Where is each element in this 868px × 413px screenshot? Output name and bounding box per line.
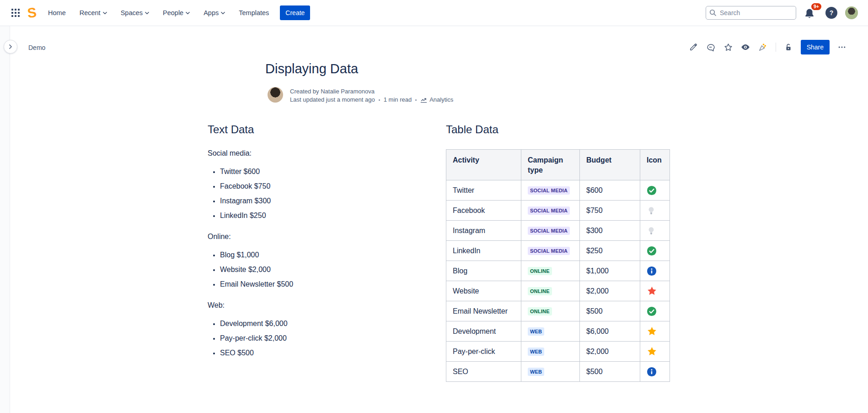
watch-button[interactable] bbox=[739, 40, 753, 54]
check-circle-icon bbox=[647, 246, 665, 256]
campaign-type-cell: SOCIAL MEDIA bbox=[521, 201, 580, 221]
budget-cell: $300 bbox=[580, 221, 640, 241]
author-avatar[interactable] bbox=[268, 87, 283, 103]
bullet-list: Blog $1,000Website $2,000Email Newslette… bbox=[208, 250, 423, 289]
column-header-activity: Activity bbox=[446, 150, 521, 180]
text-data-heading: Text Data bbox=[208, 123, 423, 136]
list-item: Facebook $750 bbox=[220, 181, 423, 191]
nav-item-spaces[interactable]: Spaces bbox=[121, 9, 149, 16]
campaign-type-lozenge: ONLINE bbox=[528, 287, 552, 295]
table-row: DevelopmentWEB$6,000 bbox=[446, 321, 670, 342]
table-row: LinkedInSOCIAL MEDIA$250 bbox=[446, 241, 670, 261]
eye-icon bbox=[740, 42, 750, 52]
edit-button[interactable] bbox=[686, 40, 701, 54]
byline-text: Created by Natalie Paramonova Last updat… bbox=[290, 87, 453, 104]
nav-item-apps[interactable]: Apps bbox=[204, 9, 225, 16]
site-logo[interactable]: S bbox=[27, 5, 37, 20]
nav-item-label: Spaces bbox=[121, 9, 143, 16]
byline: Created by Natalie Paramonova Last updat… bbox=[268, 87, 453, 104]
list-item: Instagram $300 bbox=[220, 196, 423, 206]
top-nav: S Home Recent Spaces People Apps Templat… bbox=[0, 0, 868, 26]
nav-item-recent[interactable]: Recent bbox=[80, 9, 107, 16]
nav-item-label: People bbox=[163, 9, 183, 16]
campaign-type-cell: SOCIAL MEDIA bbox=[521, 241, 580, 261]
chevron-down-icon bbox=[145, 11, 149, 15]
campaign-type-lozenge: SOCIAL MEDIA bbox=[528, 186, 570, 194]
analytics-link[interactable]: Analytics bbox=[420, 96, 453, 104]
group-label: Social media: bbox=[208, 149, 423, 158]
confluence-page: S Home Recent Spaces People Apps Templat… bbox=[0, 0, 868, 413]
comment-icon bbox=[706, 43, 716, 52]
table-row: TwitterSOCIAL MEDIA$600 bbox=[446, 180, 670, 201]
create-button[interactable]: Create bbox=[280, 5, 310, 20]
budget-cell: $750 bbox=[580, 201, 640, 221]
search-icon bbox=[709, 9, 717, 16]
comment-button[interactable] bbox=[704, 40, 718, 54]
expand-sidebar-button[interactable] bbox=[4, 40, 17, 54]
activity-cell: Development bbox=[446, 321, 521, 342]
notification-badge: 9+ bbox=[811, 3, 821, 10]
campaign-type-cell: WEB bbox=[521, 342, 580, 362]
icon-cell bbox=[640, 261, 670, 281]
campaign-type-cell: ONLINE bbox=[521, 281, 580, 301]
search-box bbox=[706, 6, 796, 20]
budget-cell: $2,000 bbox=[580, 281, 640, 301]
group-label: Web: bbox=[208, 301, 423, 310]
list-item: Development $6,000 bbox=[220, 319, 423, 329]
table-data-heading: Table Data bbox=[446, 123, 675, 136]
nav-item-label: Recent bbox=[80, 9, 101, 16]
analytics-chart-icon bbox=[420, 97, 427, 103]
nav-item-label: Home bbox=[48, 9, 66, 16]
celebrate-button[interactable] bbox=[756, 40, 770, 54]
primary-nav: Home Recent Spaces People Apps Templates bbox=[48, 9, 269, 16]
app-switcher-icon[interactable] bbox=[8, 5, 23, 20]
lightbulb-icon bbox=[647, 206, 665, 215]
help-button[interactable]: ? bbox=[825, 7, 837, 19]
activity-cell: Twitter bbox=[446, 180, 521, 201]
campaign-type-lozenge: WEB bbox=[528, 327, 544, 335]
nav-item-templates[interactable]: Templates bbox=[239, 9, 269, 16]
campaign-type-cell: WEB bbox=[521, 362, 580, 382]
text-data-section: Text Data Social media: Twitter $600Face… bbox=[208, 123, 423, 363]
table-data-section: Table Data Activity Campaign type Budget… bbox=[446, 123, 675, 382]
favourite-button[interactable] bbox=[721, 40, 735, 54]
byline-created[interactable]: Created by Natalie Paramonova bbox=[290, 87, 453, 96]
budget-cell: $250 bbox=[580, 241, 640, 261]
breadcrumb[interactable]: Demo bbox=[28, 44, 45, 51]
table-row: Email NewsletterONLINE$500 bbox=[446, 301, 670, 321]
table-row: BlogONLINE$1,000 bbox=[446, 261, 670, 281]
search-input[interactable] bbox=[706, 6, 796, 20]
bullet-list: Development $6,000Pay-per-click $2,000SE… bbox=[208, 319, 423, 358]
budget-cell: $2,000 bbox=[580, 342, 640, 362]
campaign-type-lozenge: WEB bbox=[528, 368, 544, 375]
more-actions-button[interactable] bbox=[835, 40, 849, 54]
grid-icon bbox=[11, 8, 20, 17]
list-item: Twitter $600 bbox=[220, 167, 423, 177]
star-yellow-icon bbox=[647, 326, 665, 337]
list-item: SEO $500 bbox=[220, 348, 423, 358]
table-row: FacebookSOCIAL MEDIA$750 bbox=[446, 201, 670, 221]
nav-item-home[interactable]: Home bbox=[48, 9, 66, 16]
share-button[interactable]: Share bbox=[801, 40, 830, 54]
activity-cell: Email Newsletter bbox=[446, 301, 521, 321]
question-icon: ? bbox=[830, 9, 834, 16]
info-circle-icon bbox=[647, 367, 665, 377]
restrictions-button[interactable] bbox=[782, 40, 796, 54]
star-yellow-icon bbox=[647, 346, 665, 357]
icon-cell bbox=[640, 281, 670, 301]
text-group-web: Web: Development $6,000Pay-per-click $2,… bbox=[208, 301, 423, 358]
notifications-button[interactable]: 9+ bbox=[804, 5, 818, 21]
icon-cell bbox=[640, 362, 670, 382]
column-header-icon: Icon bbox=[640, 150, 670, 180]
icon-cell bbox=[640, 321, 670, 342]
icon-cell bbox=[640, 221, 670, 241]
party-popper-icon bbox=[758, 42, 768, 52]
budget-cell: $1,000 bbox=[580, 261, 640, 281]
activity-cell: Website bbox=[446, 281, 521, 301]
table-row: InstagramSOCIAL MEDIA$300 bbox=[446, 221, 670, 241]
ellipsis-icon bbox=[837, 43, 847, 52]
budget-cell: $600 bbox=[580, 180, 640, 201]
user-avatar[interactable] bbox=[845, 6, 858, 19]
nav-item-people[interactable]: People bbox=[163, 9, 190, 16]
column-header-campaign-type: Campaign type bbox=[521, 150, 580, 180]
